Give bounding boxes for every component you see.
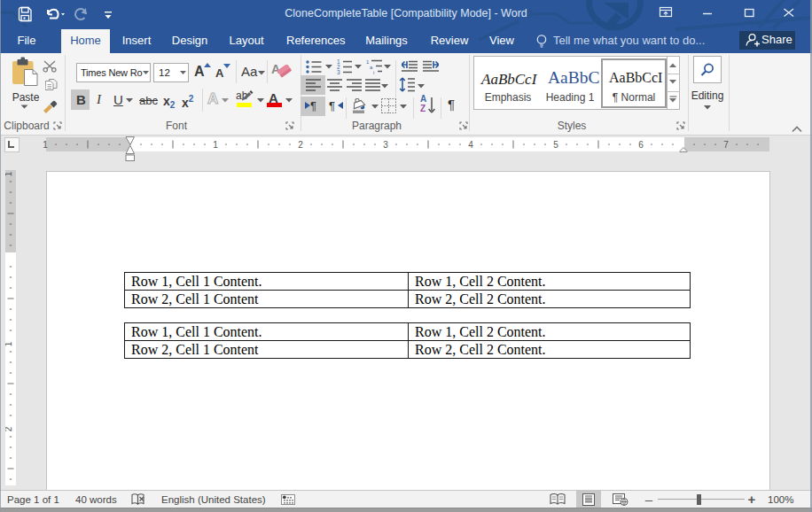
svg-text:1: 1	[43, 140, 48, 150]
svg-text:i: i	[373, 70, 374, 75]
svg-text:1: 1	[5, 341, 13, 346]
svg-text:5: 5	[553, 140, 558, 150]
svg-text:1: 1	[213, 140, 218, 150]
svg-text:3: 3	[383, 140, 388, 150]
svg-text:6: 6	[638, 140, 644, 150]
svg-text:3: 3	[337, 69, 340, 74]
svg-text:7: 7	[723, 140, 729, 150]
svg-text:2: 2	[298, 140, 303, 150]
svg-text:4: 4	[468, 140, 473, 150]
svg-text:2: 2	[5, 426, 13, 431]
svg-text:1: 1	[5, 171, 13, 176]
